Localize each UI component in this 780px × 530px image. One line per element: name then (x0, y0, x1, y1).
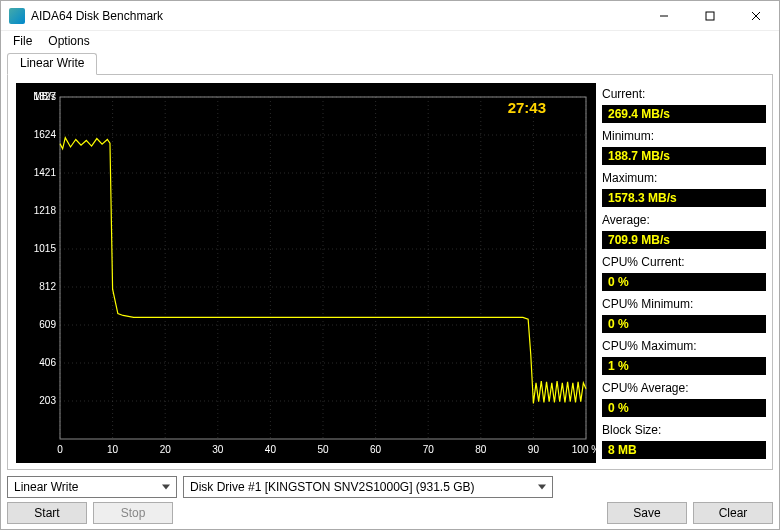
drive-value: Disk Drive #1 [KINGSTON SNV2S1000G] (931… (190, 480, 475, 494)
window-title: AIDA64 Disk Benchmark (31, 9, 641, 23)
label-cpu-average: CPU% Average: (602, 381, 766, 395)
chart-svg: 20340660981210151218142116241827MB/s0102… (16, 83, 596, 463)
svg-text:27:43: 27:43 (508, 99, 546, 116)
window-buttons (641, 1, 779, 31)
tab-linear-write[interactable]: Linear Write (7, 53, 97, 75)
value-minimum: 188.7 MB/s (602, 147, 766, 165)
svg-text:50: 50 (317, 444, 329, 455)
svg-text:1015: 1015 (34, 243, 57, 254)
svg-text:1421: 1421 (34, 167, 57, 178)
svg-text:20: 20 (160, 444, 172, 455)
app-icon (9, 8, 25, 24)
value-current: 269.4 MB/s (602, 105, 766, 123)
value-cpu-average: 0 % (602, 399, 766, 417)
value-average: 709.9 MB/s (602, 231, 766, 249)
svg-text:1624: 1624 (34, 129, 57, 140)
svg-text:1218: 1218 (34, 205, 57, 216)
label-maximum: Maximum: (602, 171, 766, 185)
svg-text:203: 203 (39, 395, 56, 406)
value-maximum: 1578.3 MB/s (602, 189, 766, 207)
value-cpu-minimum: 0 % (602, 315, 766, 333)
content: Linear Write 203406609812101512181421162… (7, 53, 773, 523)
svg-text:10: 10 (107, 444, 119, 455)
menubar: File Options (1, 31, 779, 51)
button-row: Start Stop Save Clear (7, 502, 773, 524)
chart: 20340660981210151218142116241827MB/s0102… (16, 83, 596, 463)
label-cpu-maximum: CPU% Maximum: (602, 339, 766, 353)
tabstrip: Linear Write (7, 53, 773, 75)
menu-options[interactable]: Options (40, 32, 97, 50)
stop-button[interactable]: Stop (93, 502, 173, 524)
start-button[interactable]: Start (7, 502, 87, 524)
main-row: 20340660981210151218142116241827MB/s0102… (7, 74, 773, 470)
select-row: Linear Write Disk Drive #1 [KINGSTON SNV… (7, 476, 773, 498)
menu-file[interactable]: File (5, 32, 40, 50)
value-cpu-current: 0 % (602, 273, 766, 291)
test-type-value: Linear Write (14, 480, 78, 494)
label-cpu-minimum: CPU% Minimum: (602, 297, 766, 311)
svg-text:80: 80 (475, 444, 487, 455)
stats-panel: Current: 269.4 MB/s Minimum: 188.7 MB/s … (602, 83, 766, 463)
bottom-controls: Linear Write Disk Drive #1 [KINGSTON SNV… (7, 476, 773, 530)
close-button[interactable] (733, 1, 779, 31)
drive-select[interactable]: Disk Drive #1 [KINGSTON SNV2S1000G] (931… (183, 476, 553, 498)
svg-text:MB/s: MB/s (33, 91, 56, 102)
label-minimum: Minimum: (602, 129, 766, 143)
clear-button[interactable]: Clear (693, 502, 773, 524)
svg-text:0: 0 (57, 444, 63, 455)
svg-text:406: 406 (39, 357, 56, 368)
svg-text:812: 812 (39, 281, 56, 292)
label-average: Average: (602, 213, 766, 227)
svg-text:30: 30 (212, 444, 224, 455)
minimize-button[interactable] (641, 1, 687, 31)
titlebar: AIDA64 Disk Benchmark (1, 1, 779, 31)
svg-text:60: 60 (370, 444, 382, 455)
label-block-size: Block Size: (602, 423, 766, 437)
svg-text:70: 70 (423, 444, 435, 455)
svg-rect-24 (60, 97, 586, 439)
svg-text:40: 40 (265, 444, 277, 455)
save-button[interactable]: Save (607, 502, 687, 524)
svg-text:90: 90 (528, 444, 540, 455)
label-current: Current: (602, 87, 766, 101)
value-block-size: 8 MB (602, 441, 766, 459)
svg-text:100 %: 100 % (572, 444, 596, 455)
maximize-button[interactable] (687, 1, 733, 31)
svg-text:609: 609 (39, 319, 56, 330)
value-cpu-maximum: 1 % (602, 357, 766, 375)
svg-rect-1 (706, 12, 714, 20)
label-cpu-current: CPU% Current: (602, 255, 766, 269)
test-type-select[interactable]: Linear Write (7, 476, 177, 498)
